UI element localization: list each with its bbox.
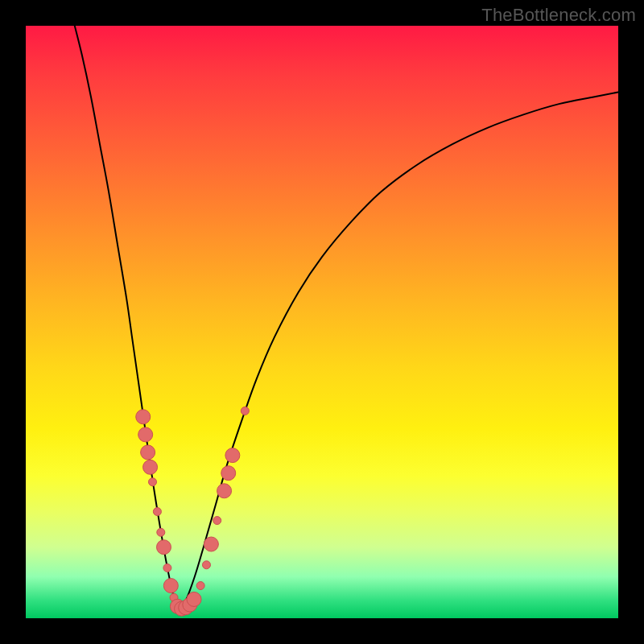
data-marker bbox=[204, 537, 218, 551]
data-marker bbox=[141, 445, 155, 460]
data-marker bbox=[156, 540, 171, 555]
data-marker bbox=[241, 407, 249, 415]
data-marker bbox=[217, 484, 232, 498]
data-marker bbox=[163, 564, 171, 572]
curve-right-curve bbox=[179, 92, 618, 609]
curve-left-curve bbox=[73, 20, 179, 609]
data-marker bbox=[163, 579, 178, 593]
data-marker bbox=[196, 582, 204, 590]
data-marker bbox=[225, 448, 240, 463]
data-marker bbox=[187, 592, 201, 606]
data-marker bbox=[138, 427, 153, 442]
data-marker bbox=[149, 478, 157, 486]
data-marker bbox=[213, 517, 221, 525]
data-marker bbox=[202, 561, 210, 569]
data-marker bbox=[136, 410, 151, 424]
data-marker bbox=[157, 528, 165, 536]
data-marker bbox=[153, 508, 161, 516]
data-marker bbox=[143, 460, 158, 474]
data-marker bbox=[221, 466, 236, 481]
chart-svg bbox=[0, 0, 644, 644]
